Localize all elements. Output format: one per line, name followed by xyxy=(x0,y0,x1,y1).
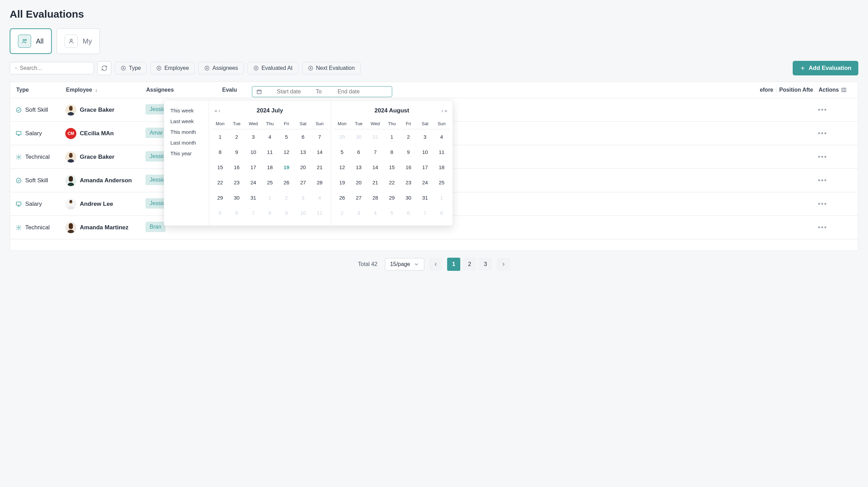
row-actions-menu[interactable]: ••• xyxy=(818,223,827,231)
filter-next-evaluation[interactable]: Next Evaluation xyxy=(302,62,361,74)
quick-range-option[interactable]: This week xyxy=(170,105,202,116)
calendar-day[interactable]: 7 xyxy=(245,205,262,221)
calendar-day[interactable]: 6 xyxy=(228,205,245,221)
calendar-day[interactable]: 31 xyxy=(417,190,433,205)
col-position-after[interactable]: Position Afte xyxy=(776,87,818,93)
calendar-day[interactable]: 31 xyxy=(245,190,262,205)
calendar-day[interactable]: 11 xyxy=(311,205,328,221)
calendar-day[interactable]: 5 xyxy=(334,145,350,160)
calendar-day[interactable]: 1 xyxy=(262,190,278,205)
assignee-tag[interactable]: Jessic xyxy=(145,175,166,185)
tab-all[interactable]: All xyxy=(10,28,52,54)
date-range-input-bar[interactable]: To xyxy=(252,86,392,97)
calendar-day[interactable]: 8 xyxy=(262,205,278,221)
calendar-day[interactable]: 8 xyxy=(384,145,400,160)
calendar-day[interactable]: 28 xyxy=(367,190,384,205)
calendar-day[interactable]: 11 xyxy=(262,145,278,160)
calendar-day[interactable]: 25 xyxy=(433,175,450,190)
calendar-day[interactable]: 22 xyxy=(384,175,400,190)
row-actions-menu[interactable]: ••• xyxy=(818,129,827,137)
calendar-day[interactable]: 10 xyxy=(417,145,433,160)
row-actions-menu[interactable]: ••• xyxy=(818,200,827,208)
calendar-day[interactable]: 4 xyxy=(311,190,328,205)
calendar-day[interactable]: 1 xyxy=(212,129,228,145)
calendar-day[interactable]: 11 xyxy=(433,145,450,160)
calendar-day[interactable]: 3 xyxy=(417,129,433,145)
calendar-day[interactable]: 21 xyxy=(367,175,384,190)
calendar-day[interactable]: 23 xyxy=(228,175,245,190)
start-date-input[interactable] xyxy=(268,89,310,95)
calendar-day[interactable]: 28 xyxy=(311,175,328,190)
calendar-day[interactable]: 17 xyxy=(417,160,433,175)
calendar-day[interactable]: 13 xyxy=(350,160,367,175)
calendar-day[interactable]: 16 xyxy=(228,160,245,175)
calendar-day[interactable]: 5 xyxy=(278,129,295,145)
row-actions-menu[interactable]: ••• xyxy=(818,153,827,161)
calendar-day[interactable]: 31 xyxy=(367,129,384,145)
next-page[interactable] xyxy=(497,258,510,271)
calendar-day[interactable]: 7 xyxy=(367,145,384,160)
calendar-day[interactable]: 29 xyxy=(212,190,228,205)
calendar-day[interactable]: 30 xyxy=(400,190,417,205)
prev-page[interactable] xyxy=(429,258,442,271)
calendar-day[interactable]: 3 xyxy=(245,129,262,145)
calendar-day[interactable]: 27 xyxy=(295,175,311,190)
row-actions-menu[interactable]: ••• xyxy=(818,176,827,184)
calendar-day[interactable]: 18 xyxy=(433,160,450,175)
calendar-day[interactable]: 26 xyxy=(278,175,295,190)
calendar-day[interactable]: 6 xyxy=(400,205,417,221)
calendar-day[interactable]: 4 xyxy=(367,205,384,221)
calendar-day[interactable]: 24 xyxy=(245,175,262,190)
calendar-day[interactable]: 21 xyxy=(311,160,328,175)
tab-my[interactable]: My xyxy=(57,28,100,54)
calendar-day[interactable]: 20 xyxy=(350,175,367,190)
filter-evaluated-at[interactable]: Evaluated At xyxy=(247,62,299,74)
assignee-tag[interactable]: Amar xyxy=(145,128,166,138)
calendar-day[interactable]: 30 xyxy=(350,129,367,145)
page-number[interactable]: 2 xyxy=(463,258,476,271)
calendar-day[interactable]: 17 xyxy=(245,160,262,175)
calendar-day[interactable]: 12 xyxy=(278,145,295,160)
col-assignees[interactable]: Assignees xyxy=(145,87,221,93)
calendar-day[interactable]: 15 xyxy=(384,160,400,175)
filter-employee[interactable]: Employee xyxy=(150,62,195,74)
calendar-day[interactable]: 3 xyxy=(350,205,367,221)
calendar-day[interactable]: 7 xyxy=(311,129,328,145)
calendar-day[interactable]: 7 xyxy=(417,205,433,221)
calendar-day[interactable]: 14 xyxy=(311,145,328,160)
calendar-day[interactable]: 9 xyxy=(278,205,295,221)
calendar-day[interactable]: 12 xyxy=(334,160,350,175)
calendar-day[interactable]: 24 xyxy=(417,175,433,190)
next-year-month[interactable]: › » xyxy=(442,108,447,113)
calendar-day[interactable]: 14 xyxy=(367,160,384,175)
calendar-day[interactable]: 20 xyxy=(295,160,311,175)
end-date-input[interactable] xyxy=(328,89,369,95)
calendar-day[interactable]: 5 xyxy=(212,205,228,221)
calendar-day[interactable]: 8 xyxy=(433,205,450,221)
quick-range-option[interactable]: This year xyxy=(170,148,202,159)
calendar-day[interactable]: 13 xyxy=(295,145,311,160)
calendar-day[interactable]: 16 xyxy=(400,160,417,175)
filter-type[interactable]: Type xyxy=(115,62,147,74)
col-employee[interactable]: Employee ↓ xyxy=(65,87,145,93)
quick-range-option[interactable]: Last week xyxy=(170,116,202,127)
refresh-button[interactable] xyxy=(97,61,111,75)
calendar-day[interactable]: 15 xyxy=(212,160,228,175)
calendar-day[interactable]: 27 xyxy=(350,190,367,205)
calendar-day[interactable]: 18 xyxy=(262,160,278,175)
col-type[interactable]: Type xyxy=(16,87,65,93)
calendar-day[interactable]: 2 xyxy=(228,129,245,145)
col-position-before[interactable]: efore xyxy=(725,87,776,93)
search-box[interactable] xyxy=(10,62,94,74)
row-actions-menu[interactable]: ••• xyxy=(818,106,827,114)
calendar-day[interactable]: 1 xyxy=(433,190,450,205)
calendar-day[interactable]: 4 xyxy=(262,129,278,145)
calendar-day[interactable]: 22 xyxy=(212,175,228,190)
calendar-day[interactable]: 2 xyxy=(400,129,417,145)
columns-icon[interactable] xyxy=(841,87,847,93)
quick-range-option[interactable]: This month xyxy=(170,127,202,137)
calendar-day[interactable]: 8 xyxy=(212,145,228,160)
calendar-day[interactable]: 10 xyxy=(295,205,311,221)
assignee-tag[interactable]: Bran xyxy=(145,222,166,232)
calendar-day[interactable]: 2 xyxy=(278,190,295,205)
